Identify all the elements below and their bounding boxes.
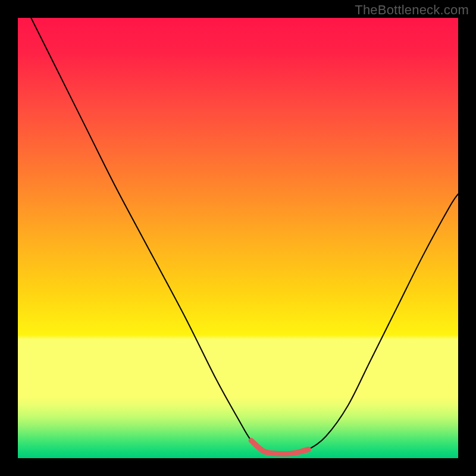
chart-container: TheBottleneck.com bbox=[0, 0, 476, 476]
gradient-background bbox=[18, 18, 458, 458]
chart-svg bbox=[18, 18, 458, 458]
watermark-text: TheBottleneck.com bbox=[355, 2, 469, 18]
